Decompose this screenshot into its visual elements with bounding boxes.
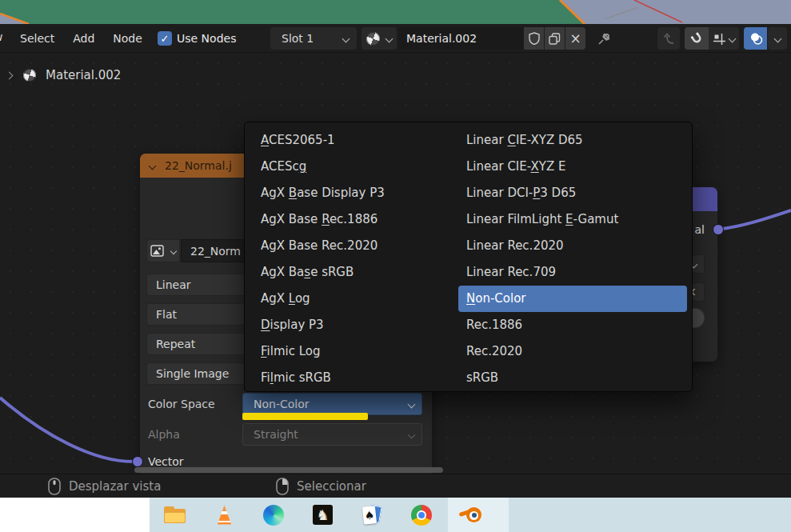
duplicate-material-button[interactable] xyxy=(545,27,565,50)
use-nodes-label: Use Nodes xyxy=(177,24,236,53)
duplicate-icon xyxy=(549,33,561,45)
collapse-chevron-icon[interactable] xyxy=(149,162,157,170)
popup-column-2: Linear CIE-XYZ D65Linear CIE-XYZ ELinear… xyxy=(453,127,690,386)
color-space-dropdown[interactable]: Non-Color xyxy=(242,393,422,415)
solitaire-icon: ♠ xyxy=(362,505,382,526)
menu-item-display-p3[interactable]: Display P3 xyxy=(253,312,450,338)
header-menus: Select Add Node xyxy=(20,24,142,53)
material-browser-dropdown[interactable] xyxy=(362,27,397,50)
normal-output-socket[interactable] xyxy=(713,224,724,235)
snap-target-dropdown[interactable] xyxy=(709,27,739,50)
os-taskbar: ♞ ♠ xyxy=(0,498,791,532)
menu-item-aces2065-1[interactable]: ACES2065-1 xyxy=(253,127,450,154)
snap-increment-icon xyxy=(713,32,726,46)
menu-item-agx-base-display-p3[interactable]: AgX Base Display P3 xyxy=(253,180,450,206)
menu-item-agx-log[interactable]: AgX Log xyxy=(253,286,450,312)
menu-item-rec-1886[interactable]: Rec.1886 xyxy=(458,312,687,338)
mouse-middle-icon xyxy=(48,478,61,495)
chevron-down-icon xyxy=(408,430,416,438)
mouse-right-icon xyxy=(276,478,289,495)
menu-item-srgb[interactable]: sRGB xyxy=(458,365,687,391)
blender-icon xyxy=(459,505,483,526)
chevron-down-icon xyxy=(170,247,177,254)
menu-item-agx-base-rec-2020[interactable]: AgX Base Rec.2020 xyxy=(253,233,450,259)
chevron-down-icon xyxy=(729,34,737,42)
chevron-down-icon xyxy=(408,400,416,408)
normal-output-label: al xyxy=(695,223,705,236)
unlink-material-button[interactable]: × xyxy=(565,27,585,50)
taskbar-vlc[interactable] xyxy=(212,502,237,527)
breadcrumb-material-name: Material.002 xyxy=(46,68,121,82)
blender-shader-editor-screen: w Select Add Node ✓ Use Nodes Slot 1 Mat… xyxy=(0,0,791,532)
slot-dropdown[interactable]: Slot 1 xyxy=(270,27,357,50)
color-space-popup-menu: ACES2065-1ACEScgAgX Base Display P3AgX B… xyxy=(244,122,693,392)
taskbar-solitaire[interactable]: ♠ xyxy=(359,502,384,527)
material-sphere-icon xyxy=(366,32,380,46)
vlc-icon xyxy=(215,506,234,525)
vector-label: Vector xyxy=(148,455,184,468)
taskbar-edge[interactable] xyxy=(261,502,286,527)
status-bar: Desplazar vista Seleccionar xyxy=(0,474,791,498)
menu-view-clipped[interactable]: w xyxy=(0,24,7,53)
snap-toggle-button[interactable] xyxy=(685,27,709,50)
menu-add[interactable]: Add xyxy=(73,32,94,45)
overlap-circles-icon xyxy=(749,31,763,46)
taskbar-chess[interactable]: ♞ xyxy=(310,502,335,527)
edge-icon xyxy=(263,505,284,526)
menu-item-linear-filmlight-e-gamut[interactable]: Linear FilmLight E-Gamut xyxy=(458,206,687,233)
chess-knight-icon: ♞ xyxy=(313,505,333,525)
viewport-sliver xyxy=(0,0,791,24)
material-name-field[interactable]: Material.002 xyxy=(398,27,523,50)
node-editor-canvas[interactable]: Material.002 al × 22_Normal.j xyxy=(0,53,791,474)
overlays-dropdown[interactable] xyxy=(768,27,787,50)
use-nodes-checkbox[interactable]: ✓ xyxy=(158,31,172,46)
pin-icon[interactable] xyxy=(596,31,612,47)
menu-item-non-color[interactable]: Non-Color xyxy=(458,286,687,312)
chevron-down-icon xyxy=(773,34,781,42)
menu-select[interactable]: Select xyxy=(20,32,54,45)
menu-item-linear-cie-xyz-d65[interactable]: Linear CIE-XYZ D65 xyxy=(458,127,687,154)
file-explorer-icon xyxy=(164,506,186,523)
chevron-down-icon xyxy=(386,34,394,42)
taskbar-file-explorer[interactable] xyxy=(162,502,187,527)
menu-node[interactable]: Node xyxy=(113,32,142,45)
menu-item-linear-cie-xyz-e[interactable]: Linear CIE-XYZ E xyxy=(458,154,687,180)
shield-icon xyxy=(529,32,540,45)
menu-item-linear-rec-709[interactable]: Linear Rec.709 xyxy=(458,259,687,286)
vector-input-socket[interactable] xyxy=(132,456,143,467)
chevron-right-icon xyxy=(6,71,14,79)
menu-item-agx-base-srgb[interactable]: AgX Base sRGB xyxy=(253,259,450,286)
status-select-hint: Seleccionar xyxy=(276,474,366,498)
alpha-label: Alpha xyxy=(148,428,180,441)
go-to-parent-button[interactable] xyxy=(657,27,680,50)
fake-user-shield-button[interactable] xyxy=(524,27,544,50)
chevron-down-icon xyxy=(342,34,350,42)
taskbar-chrome[interactable] xyxy=(409,502,433,527)
menu-item-linear-dci-p3-d65[interactable]: Linear DCI-P3 D65 xyxy=(458,180,687,206)
image-icon xyxy=(150,245,164,257)
menu-item-linear-rec-2020[interactable]: Linear Rec.2020 xyxy=(458,233,687,259)
status-pan-hint: Desplazar vista xyxy=(48,474,161,498)
chrome-icon xyxy=(411,505,432,526)
menu-item-rec-2020[interactable]: Rec.2020 xyxy=(458,338,687,365)
node-title: 22_Normal.j xyxy=(165,159,232,172)
popup-column-1: ACES2065-1ACEScgAgX Base Display P3AgX B… xyxy=(248,127,453,386)
material-sphere-icon xyxy=(23,69,36,82)
image-browser-dropdown[interactable] xyxy=(146,239,180,262)
up-arrow-icon xyxy=(661,31,676,46)
alpha-dropdown[interactable]: Straight xyxy=(242,423,422,446)
menu-item-acescg[interactable]: ACEScg xyxy=(253,154,450,180)
horizontal-scrollbar[interactable] xyxy=(134,467,443,473)
menu-item-filmic-log[interactable]: Filmic Log xyxy=(253,338,450,365)
taskbar-blender[interactable] xyxy=(458,502,483,527)
yellow-highlight-marker xyxy=(242,413,368,420)
menu-item-agx-base-rec-1886[interactable]: AgX Base Rec.1886 xyxy=(253,206,450,233)
taskbar-white-area xyxy=(0,498,150,532)
color-space-label: Color Space xyxy=(148,398,215,410)
menu-item-filmic-srgb[interactable]: Filmic sRGB xyxy=(253,365,450,391)
shader-editor-header: w Select Add Node ✓ Use Nodes Slot 1 Mat… xyxy=(0,24,791,53)
breadcrumb: Material.002 xyxy=(0,66,121,85)
viewport-scene xyxy=(0,0,791,24)
snapping-group xyxy=(685,27,739,50)
overlays-toggle-button[interactable] xyxy=(744,27,767,50)
